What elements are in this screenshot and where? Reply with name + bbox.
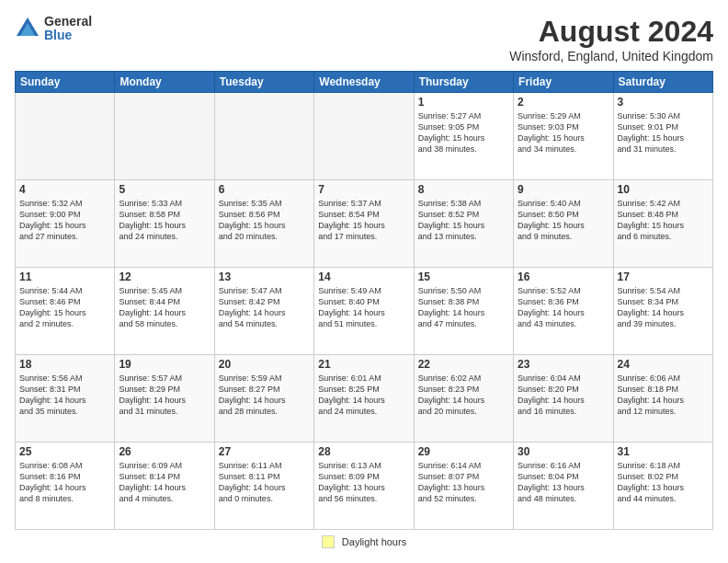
legend-label: Daylight hours: [342, 536, 406, 547]
week-row-4: 25Sunrise: 6:08 AM Sunset: 8:16 PM Dayli…: [16, 442, 713, 530]
day-cell: 21Sunrise: 6:01 AM Sunset: 8:25 PM Dayli…: [314, 355, 414, 442]
day-info: Sunrise: 5:54 AM Sunset: 8:34 PM Dayligh…: [618, 285, 709, 330]
day-cell: 25Sunrise: 6:08 AM Sunset: 8:16 PM Dayli…: [16, 442, 115, 530]
logo-text: General Blue: [44, 15, 92, 43]
day-number: 5: [119, 183, 210, 196]
day-number: 28: [318, 445, 409, 458]
day-info: Sunrise: 5:49 AM Sunset: 8:40 PM Dayligh…: [318, 285, 409, 330]
day-info: Sunrise: 6:14 AM Sunset: 8:07 PM Dayligh…: [418, 460, 509, 505]
day-info: Sunrise: 5:40 AM Sunset: 8:50 PM Dayligh…: [518, 198, 609, 243]
legend-color-box: [322, 535, 335, 548]
day-number: 22: [418, 358, 509, 371]
day-info: Sunrise: 6:02 AM Sunset: 8:23 PM Dayligh…: [418, 373, 509, 418]
day-number: 31: [618, 445, 709, 458]
calendar: Sunday Monday Tuesday Wednesday Thursday…: [15, 71, 713, 530]
day-number: 19: [119, 358, 210, 371]
day-number: 20: [219, 358, 310, 371]
day-number: 16: [518, 270, 609, 283]
col-sunday: Sunday: [16, 72, 115, 93]
day-number: 24: [618, 358, 709, 371]
day-number: 18: [19, 358, 110, 371]
day-number: 17: [618, 270, 709, 283]
day-cell: 17Sunrise: 5:54 AM Sunset: 8:34 PM Dayli…: [613, 268, 712, 355]
day-info: Sunrise: 5:29 AM Sunset: 9:03 PM Dayligh…: [518, 110, 609, 155]
day-cell: 16Sunrise: 5:52 AM Sunset: 8:36 PM Dayli…: [514, 268, 613, 355]
day-info: Sunrise: 6:09 AM Sunset: 8:14 PM Dayligh…: [119, 460, 210, 505]
day-number: 29: [418, 445, 509, 458]
day-info: Sunrise: 6:16 AM Sunset: 8:04 PM Dayligh…: [518, 460, 609, 505]
day-number: 6: [219, 183, 310, 196]
day-number: 1: [418, 96, 509, 109]
logo-icon: [15, 16, 40, 41]
day-info: Sunrise: 6:18 AM Sunset: 8:02 PM Dayligh…: [618, 460, 709, 505]
day-cell: [16, 93, 115, 180]
day-number: 12: [119, 270, 210, 283]
day-info: Sunrise: 6:01 AM Sunset: 8:25 PM Dayligh…: [318, 373, 409, 418]
col-monday: Monday: [115, 72, 214, 93]
day-cell: 1Sunrise: 5:27 AM Sunset: 9:05 PM Daylig…: [414, 93, 513, 180]
calendar-header: Sunday Monday Tuesday Wednesday Thursday…: [16, 72, 713, 93]
day-cell: 4Sunrise: 5:32 AM Sunset: 9:00 PM Daylig…: [16, 180, 115, 268]
week-row-1: 4Sunrise: 5:32 AM Sunset: 9:00 PM Daylig…: [16, 180, 713, 268]
week-row-3: 18Sunrise: 5:56 AM Sunset: 8:31 PM Dayli…: [16, 355, 713, 442]
day-cell: 27Sunrise: 6:11 AM Sunset: 8:11 PM Dayli…: [214, 442, 313, 530]
day-info: Sunrise: 5:44 AM Sunset: 8:46 PM Dayligh…: [19, 285, 110, 330]
col-friday: Friday: [514, 72, 613, 93]
logo-general-text: General: [44, 15, 92, 29]
day-info: Sunrise: 5:33 AM Sunset: 8:58 PM Dayligh…: [119, 198, 210, 243]
day-number: 21: [318, 358, 409, 371]
day-info: Sunrise: 5:30 AM Sunset: 9:01 PM Dayligh…: [618, 110, 709, 155]
day-number: 10: [618, 183, 709, 196]
col-tuesday: Tuesday: [214, 72, 313, 93]
day-cell: 14Sunrise: 5:49 AM Sunset: 8:40 PM Dayli…: [314, 268, 414, 355]
day-info: Sunrise: 6:06 AM Sunset: 8:18 PM Dayligh…: [618, 373, 709, 418]
calendar-body: 1Sunrise: 5:27 AM Sunset: 9:05 PM Daylig…: [16, 93, 713, 530]
day-info: Sunrise: 6:04 AM Sunset: 8:20 PM Dayligh…: [518, 373, 609, 418]
header-row: Sunday Monday Tuesday Wednesday Thursday…: [16, 72, 713, 93]
col-thursday: Thursday: [414, 72, 513, 93]
day-cell: 29Sunrise: 6:14 AM Sunset: 8:07 PM Dayli…: [414, 442, 513, 530]
day-cell: 10Sunrise: 5:42 AM Sunset: 8:48 PM Dayli…: [613, 180, 712, 268]
page: General Blue August 2024 Winsford, Engla…: [0, 0, 728, 563]
day-cell: 5Sunrise: 5:33 AM Sunset: 8:58 PM Daylig…: [115, 180, 214, 268]
day-cell: 12Sunrise: 5:45 AM Sunset: 8:44 PM Dayli…: [115, 268, 214, 355]
day-info: Sunrise: 5:27 AM Sunset: 9:05 PM Dayligh…: [418, 110, 509, 155]
day-cell: 30Sunrise: 6:16 AM Sunset: 8:04 PM Dayli…: [514, 442, 613, 530]
day-info: Sunrise: 5:50 AM Sunset: 8:38 PM Dayligh…: [418, 285, 509, 330]
day-number: 9: [518, 183, 609, 196]
day-info: Sunrise: 5:42 AM Sunset: 8:48 PM Dayligh…: [618, 198, 709, 243]
day-cell: 9Sunrise: 5:40 AM Sunset: 8:50 PM Daylig…: [514, 180, 613, 268]
day-number: 8: [418, 183, 509, 196]
day-number: 15: [418, 270, 509, 283]
day-info: Sunrise: 5:59 AM Sunset: 8:27 PM Dayligh…: [219, 373, 310, 418]
day-cell: 22Sunrise: 6:02 AM Sunset: 8:23 PM Dayli…: [414, 355, 513, 442]
subtitle: Winsford, England, United Kingdom: [509, 49, 713, 63]
day-cell: 31Sunrise: 6:18 AM Sunset: 8:02 PM Dayli…: [613, 442, 712, 530]
day-number: 25: [19, 445, 110, 458]
day-number: 27: [219, 445, 310, 458]
day-number: 26: [119, 445, 210, 458]
day-number: 2: [518, 96, 609, 109]
week-row-0: 1Sunrise: 5:27 AM Sunset: 9:05 PM Daylig…: [16, 93, 713, 180]
title-block: August 2024 Winsford, England, United Ki…: [509, 15, 713, 63]
day-info: Sunrise: 5:52 AM Sunset: 8:36 PM Dayligh…: [518, 285, 609, 330]
day-cell: 2Sunrise: 5:29 AM Sunset: 9:03 PM Daylig…: [514, 93, 613, 180]
day-cell: 8Sunrise: 5:38 AM Sunset: 8:52 PM Daylig…: [414, 180, 513, 268]
day-info: Sunrise: 6:13 AM Sunset: 8:09 PM Dayligh…: [318, 460, 409, 505]
day-number: 3: [618, 96, 709, 109]
day-cell: 15Sunrise: 5:50 AM Sunset: 8:38 PM Dayli…: [414, 268, 513, 355]
day-info: Sunrise: 5:32 AM Sunset: 9:00 PM Dayligh…: [19, 198, 110, 243]
day-info: Sunrise: 5:56 AM Sunset: 8:31 PM Dayligh…: [19, 373, 110, 418]
col-saturday: Saturday: [613, 72, 712, 93]
day-cell: 18Sunrise: 5:56 AM Sunset: 8:31 PM Dayli…: [16, 355, 115, 442]
day-cell: 7Sunrise: 5:37 AM Sunset: 8:54 PM Daylig…: [314, 180, 414, 268]
day-info: Sunrise: 6:11 AM Sunset: 8:11 PM Dayligh…: [219, 460, 310, 505]
day-number: 30: [518, 445, 609, 458]
day-info: Sunrise: 5:38 AM Sunset: 8:52 PM Dayligh…: [418, 198, 509, 243]
day-number: 7: [318, 183, 409, 196]
day-info: Sunrise: 5:57 AM Sunset: 8:29 PM Dayligh…: [119, 373, 210, 418]
day-number: 23: [518, 358, 609, 371]
day-cell: [214, 93, 313, 180]
logo: General Blue: [15, 15, 92, 43]
day-info: Sunrise: 5:47 AM Sunset: 8:42 PM Dayligh…: [219, 285, 310, 330]
